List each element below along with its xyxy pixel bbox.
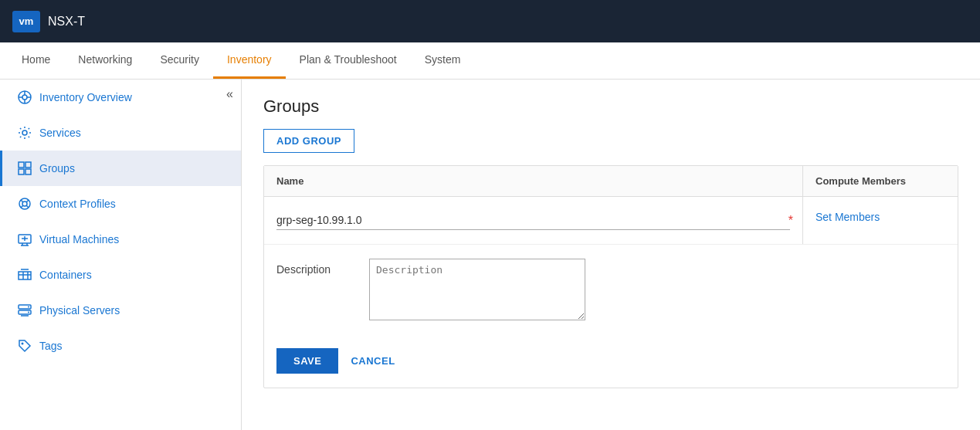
description-label: Description <box>276 259 354 276</box>
name-cell: * <box>264 197 803 244</box>
description-textarea[interactable] <box>369 259 585 320</box>
svg-rect-8 <box>25 162 31 168</box>
server-icon <box>18 303 32 317</box>
vm-logo: vm <box>12 11 40 32</box>
svg-point-29 <box>22 343 24 345</box>
group-name-input[interactable] <box>276 211 790 230</box>
sidebar-item-inventory-overview[interactable]: Inventory Overview <box>0 80 241 115</box>
sidebar-item-physical-servers[interactable]: Physical Servers <box>0 293 241 328</box>
nav-plan-troubleshoot[interactable]: Plan & Troubleshoot <box>286 42 411 79</box>
sidebar: « Inventory Overview <box>0 80 242 430</box>
main-content: Groups ADD GROUP Name Compute Members * <box>242 80 980 430</box>
action-row: SAVE CANCEL <box>264 334 958 388</box>
cancel-button[interactable]: CANCEL <box>351 355 395 367</box>
overview-icon <box>18 90 32 104</box>
main-inner: Groups ADD GROUP Name Compute Members * <box>242 80 980 430</box>
context-icon <box>18 197 32 211</box>
page-title: Groups <box>242 80 980 129</box>
groups-icon <box>18 161 32 175</box>
sidebar-item-label: Containers <box>39 269 92 281</box>
add-group-button[interactable]: ADD GROUP <box>263 129 354 153</box>
save-button[interactable]: SAVE <box>276 348 338 374</box>
sidebar-item-label: Services <box>39 127 81 139</box>
svg-point-27 <box>28 312 29 313</box>
nav-networking[interactable]: Networking <box>64 42 146 79</box>
svg-point-6 <box>22 130 27 135</box>
topbar: vm NSX-T <box>0 0 980 42</box>
tag-icon <box>18 339 32 353</box>
required-indicator: * <box>788 214 793 228</box>
sidebar-item-label: Physical Servers <box>39 304 120 317</box>
svg-rect-7 <box>19 162 24 168</box>
sidebar-item-services[interactable]: Services <box>0 115 241 151</box>
col-name: Name <box>264 166 803 196</box>
svg-rect-19 <box>19 272 31 279</box>
sidebar-item-label: Context Profiles <box>39 198 116 210</box>
gear-icon <box>18 126 32 140</box>
nav-system[interactable]: System <box>411 42 475 79</box>
compute-cell: Set Members <box>803 197 958 244</box>
sidebar-item-virtual-machines[interactable]: Virtual Machines <box>0 222 241 257</box>
svg-rect-9 <box>19 169 24 174</box>
sidebar-item-label: Virtual Machines <box>39 233 119 245</box>
sidebar-item-groups[interactable]: Groups <box>0 151 241 186</box>
sidebar-item-label: Groups <box>39 162 75 174</box>
svg-point-1 <box>22 95 27 100</box>
sidebar-collapse-button[interactable]: « <box>226 87 233 101</box>
sidebar-item-containers[interactable]: Containers <box>0 257 241 293</box>
groups-table: Name Compute Members * Set Members Descr… <box>263 165 958 388</box>
toolbar: ADD GROUP <box>242 129 980 165</box>
svg-point-26 <box>28 306 29 308</box>
nav-security[interactable]: Security <box>146 42 213 79</box>
description-row: Description <box>264 245 958 334</box>
logo-area: vm NSX-T <box>12 11 85 32</box>
form-name-row: * Set Members <box>264 197 958 245</box>
svg-rect-10 <box>25 169 31 174</box>
app-title: NSX-T <box>48 15 85 29</box>
vm-icon <box>18 232 32 246</box>
set-members-link[interactable]: Set Members <box>816 211 880 223</box>
containers-icon <box>18 268 32 282</box>
nav-inventory[interactable]: Inventory <box>213 42 286 79</box>
col-compute: Compute Members <box>803 166 958 196</box>
nav-home[interactable]: Home <box>8 42 64 79</box>
sidebar-item-tags[interactable]: Tags <box>0 328 241 364</box>
sidebar-item-label: Inventory Overview <box>39 91 132 103</box>
sidebar-item-label: Tags <box>39 340 63 352</box>
layout: « Inventory Overview <box>0 80 980 430</box>
table-header: Name Compute Members <box>264 166 958 197</box>
sidebar-item-context-profiles[interactable]: Context Profiles <box>0 186 241 222</box>
navbar: Home Networking Security Inventory Plan … <box>0 42 980 80</box>
